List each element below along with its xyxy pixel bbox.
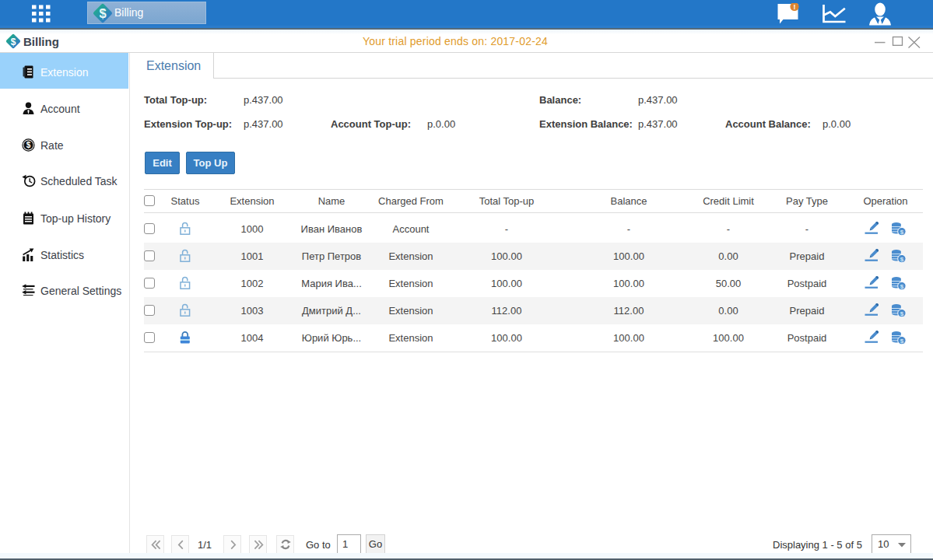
svg-text:$: $ [900,229,904,236]
svg-text:!: ! [794,3,796,11]
svg-text:$: $ [900,338,904,345]
svg-text:$: $ [99,6,106,20]
svg-text:$: $ [900,310,904,317]
svg-text:$: $ [900,283,904,290]
svg-text:$: $ [900,256,904,263]
svg-text:$: $ [26,141,31,149]
